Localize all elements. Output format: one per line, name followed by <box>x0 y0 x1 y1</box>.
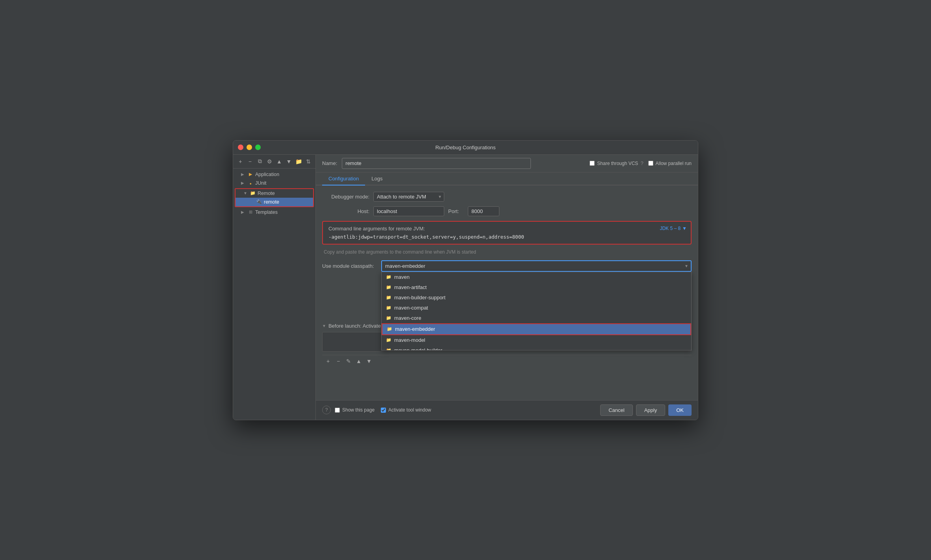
dropdown-label-maven-model-builder: maven-model-builder <box>394 347 442 350</box>
move-up-button[interactable]: ▲ <box>275 157 284 166</box>
bottom-checkboxes: Show this page Activate tool window <box>335 407 431 413</box>
bottom-buttons: Cancel Apply OK <box>600 404 692 416</box>
launch-move-up-button[interactable]: ▲ <box>354 357 363 365</box>
tab-logs[interactable]: Logs <box>365 172 389 185</box>
allow-parallel-row: Allow parallel run <box>648 161 692 166</box>
dropdown-label-maven-embedder: maven-embedder <box>395 326 435 332</box>
command-line-box: Command line arguments for remote JVM: -… <box>322 221 692 245</box>
tabs-bar: Configuration Logs <box>316 172 698 185</box>
launch-add-button[interactable]: + <box>324 357 332 365</box>
sidebar-item-application[interactable]: ▶ ▶ Application <box>233 170 315 179</box>
dropdown-item-maven-model-builder[interactable]: 📁 maven-model-builder <box>382 345 691 350</box>
sidebar-remote-group: ▼ 📁 Remote 🔌 remote <box>235 188 314 207</box>
debugger-mode-select-wrapper: Attach to remote JVM ▼ <box>373 192 444 202</box>
sidebar-item-junit[interactable]: ▶ ⬥ JUnit <box>233 179 315 187</box>
launch-edit-button[interactable]: ✎ <box>344 357 353 365</box>
bottom-bar: ? Show this page Activate tool window Ca… <box>316 400 698 420</box>
remote-folder-icon: 📁 <box>250 190 256 197</box>
allow-parallel-checkbox[interactable] <box>648 161 653 166</box>
remove-config-button[interactable]: − <box>246 157 254 166</box>
sidebar-label-junit: JUnit <box>255 180 266 186</box>
maven-model-builder-folder-icon: 📁 <box>386 347 392 350</box>
dropdown-label-maven-core: maven-core <box>394 315 421 321</box>
tree-arrow-remote: ▼ <box>243 191 248 195</box>
share-vcs-label: Share through VCS <box>597 161 638 166</box>
add-config-button[interactable]: + <box>236 157 245 166</box>
sidebar-label-templates: Templates <box>255 210 278 215</box>
port-input[interactable] <box>468 206 499 216</box>
maven-compat-folder-icon: 📁 <box>386 305 392 311</box>
sidebar: + − ⧉ ⚙ ▲ ▼ 📁 ⇅ ▶ ▶ Application ▶ <box>233 155 316 420</box>
maven-core-folder-icon: 📁 <box>386 315 392 321</box>
dropdown-label-maven-compat: maven-compat <box>394 305 428 311</box>
show-page-checkbox[interactable] <box>335 408 340 413</box>
sidebar-item-templates[interactable]: ▶ ⊞ Templates <box>233 208 315 217</box>
main-content: + − ⧉ ⚙ ▲ ▼ 📁 ⇅ ▶ ▶ Application ▶ <box>233 155 698 420</box>
activate-tool-checkbox[interactable] <box>381 408 386 413</box>
host-port-row: Host: Port: <box>322 206 692 216</box>
config-panel: Debugger mode: Attach to remote JVM ▼ Ho… <box>316 185 698 400</box>
sidebar-label-remote-item: remote <box>264 199 279 205</box>
tab-configuration[interactable]: Configuration <box>322 172 365 185</box>
move-down-button[interactable]: ▼ <box>285 157 293 166</box>
sidebar-label-remote: Remote <box>258 191 275 196</box>
show-page-label: Show this page <box>342 407 375 413</box>
maven-builder-support-folder-icon: 📁 <box>386 295 392 301</box>
sidebar-toolbar: + − ⧉ ⚙ ▲ ▼ 📁 ⇅ <box>233 155 315 169</box>
host-input[interactable] <box>373 206 444 216</box>
hint-text: Copy and paste the arguments to the comm… <box>322 249 692 255</box>
share-vcs-checkbox[interactable] <box>590 161 595 166</box>
port-label: Port: <box>448 208 464 214</box>
launch-move-down-button[interactable]: ▼ <box>365 357 373 365</box>
dropdown-item-maven-artifact[interactable]: 📁 maven-artifact <box>382 282 691 293</box>
top-right: Share through VCS ? Allow parallel run <box>590 160 692 166</box>
top-bar: Name: Share through VCS ? Allow parallel… <box>316 155 698 172</box>
activate-tool-label: Activate tool window <box>388 407 431 413</box>
dropdown-item-maven-compat[interactable]: 📁 maven-compat <box>382 303 691 313</box>
folder-button[interactable]: 📁 <box>295 157 303 166</box>
dropdown-item-maven-embedder[interactable]: 📁 maven-embedder <box>382 323 691 335</box>
share-vcs-row: Share through VCS ? <box>590 160 643 166</box>
debugger-mode-row: Debugger mode: Attach to remote JVM ▼ <box>322 192 692 202</box>
dialog-title: Run/Debug Configurations <box>435 145 495 150</box>
module-classpath-dropdown: 📁 maven 📁 maven-artifact 📁 maven-builder… <box>381 272 692 350</box>
maven-folder-icon: 📁 <box>386 274 392 280</box>
sidebar-item-remote-config[interactable]: 🔌 remote <box>236 198 313 206</box>
jdk-chevron-icon: ▼ <box>682 226 687 231</box>
dropdown-item-maven-model[interactable]: 📁 maven-model <box>382 335 691 345</box>
application-icon: ▶ <box>247 171 254 178</box>
tree-arrow-application: ▶ <box>241 172 246 176</box>
sidebar-item-remote[interactable]: ▼ 📁 Remote <box>236 189 313 198</box>
command-box-value: -agentlib:jdwp=transport=dt_socket,serve… <box>328 234 685 240</box>
help-button[interactable]: ? <box>322 406 331 414</box>
sidebar-label-application: Application <box>255 172 279 177</box>
sort-button[interactable]: ⇅ <box>304 157 312 166</box>
dropdown-item-maven-builder-support[interactable]: 📁 maven-builder-support <box>382 293 691 303</box>
settings-button[interactable]: ⚙ <box>265 157 274 166</box>
launch-remove-button[interactable]: − <box>334 357 343 365</box>
show-page-row: Show this page <box>335 407 375 413</box>
dropdown-item-maven-core[interactable]: 📁 maven-core <box>382 313 691 323</box>
remote-run-icon: 🔌 <box>256 199 262 205</box>
ok-button[interactable]: OK <box>668 404 692 416</box>
maximize-button[interactable] <box>255 145 261 150</box>
dropdown-label-maven-builder-support: maven-builder-support <box>394 295 445 300</box>
before-launch-toggle[interactable]: ▼ <box>322 324 326 328</box>
jdk-selector[interactable]: JDK 5 – 8 ▼ <box>660 226 687 231</box>
debugger-mode-label: Debugger mode: <box>322 194 369 200</box>
command-box-title: Command line arguments for remote JVM: <box>328 226 685 232</box>
share-vcs-help-icon[interactable]: ? <box>640 160 643 166</box>
name-input[interactable] <box>342 158 531 169</box>
debugger-mode-select[interactable]: Attach to remote JVM <box>373 192 444 202</box>
dropdown-item-maven[interactable]: 📁 maven <box>382 272 691 282</box>
cancel-button[interactable]: Cancel <box>600 404 632 416</box>
close-button[interactable] <box>238 145 243 150</box>
dropdown-label-maven-artifact: maven-artifact <box>394 284 427 290</box>
apply-button[interactable]: Apply <box>636 404 666 416</box>
templates-icon: ⊞ <box>247 209 254 215</box>
classpath-row: Use module classpath: maven-embedder ▼ 📁… <box>322 260 692 272</box>
classpath-select[interactable]: maven-embedder <box>381 260 692 272</box>
minimize-button[interactable] <box>247 145 252 150</box>
copy-config-button[interactable]: ⧉ <box>256 157 264 166</box>
maven-artifact-folder-icon: 📁 <box>386 284 392 291</box>
